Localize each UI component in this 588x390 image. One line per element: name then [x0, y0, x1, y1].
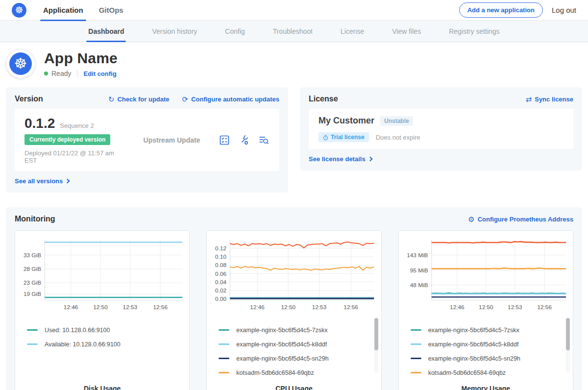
legend-label: kotsadm-5db6dc6584-69qbz [236, 369, 314, 376]
app-avatar: ☸ [6, 49, 35, 78]
scrollbar-thumb[interactable] [374, 318, 378, 350]
legend-label: example-nginx-5bc6f5d4c5-sn29h [428, 355, 520, 362]
memory-usage-chart-card: 12:4612:5012:5312:56143 MiB95 MiB48 MiB … [398, 230, 573, 390]
legend-item: Available: 10.128.0.66:9100 [27, 337, 185, 351]
see-all-versions-link[interactable]: See all versions [15, 177, 69, 185]
legend-item: example-nginx-5bc6f5d4c5-7zskx [219, 323, 377, 337]
tab-view-files[interactable]: View files [392, 21, 421, 42]
tab-registry-settings[interactable]: Registry settings [449, 21, 499, 42]
legend-swatch [219, 372, 229, 373]
svg-text:0.06: 0.06 [215, 270, 226, 277]
cpu-usage-legend: example-nginx-5bc6f5d4c5-7zskxexample-ng… [219, 323, 377, 380]
add-application-button[interactable]: Add a new application [459, 2, 543, 18]
legend-label: example-nginx-5bc6f5d4c5-k8ddf [428, 341, 519, 348]
app-header: ☸ App Name Ready Edit config [0, 42, 588, 86]
edit-config-wrench-icon[interactable] [238, 134, 250, 146]
disk-usage-legend: Used: 10.128.0.66:9100Available: 10.128.… [27, 323, 185, 351]
cpu-usage-chart-card: 12:4612:5012:5312:560.120.100.080.060.04… [206, 230, 381, 390]
legend-label: example-nginx-5bc6f5d4c5-7zskx [428, 327, 519, 334]
license-heading: License [309, 95, 338, 103]
trial-license-badge: Trial license [318, 132, 369, 142]
preflight-checks-icon[interactable] [219, 134, 230, 146]
view-diff-logs-icon[interactable] [258, 134, 270, 146]
svg-text:0.00: 0.00 [215, 295, 226, 302]
cpu-usage-chart: 12:4612:5012:5312:560.120.100.080.060.04… [211, 236, 377, 315]
divider [77, 70, 77, 77]
scrollbar-thumb[interactable] [566, 318, 570, 350]
configure-prometheus-link[interactable]: ⚙ Configure Prometheus Address [468, 216, 573, 223]
svg-text:143 MiB: 143 MiB [407, 252, 428, 259]
schedule-refresh-icon: ⟳ [182, 96, 189, 103]
svg-text:12:50: 12:50 [93, 304, 108, 311]
svg-text:95 MiB: 95 MiB [410, 267, 428, 274]
currently-deployed-badge: Currently deployed version [24, 134, 110, 145]
sync-license-link[interactable]: ⇄ Sync license [526, 96, 573, 103]
legend-item: example-nginx-5bc6f5d4c5-k8ddf [219, 337, 377, 351]
tab-config[interactable]: Config [225, 21, 245, 42]
gear-icon: ⚙ [468, 216, 474, 223]
legend-label: Available: 10.128.0.66:9100 [45, 341, 121, 348]
legend-scrollbar[interactable] [566, 318, 570, 373]
tab-dashboard[interactable]: Dashboard [88, 21, 124, 42]
edit-config-link[interactable]: Edit config [83, 70, 116, 77]
license-card: License ⇄ Sync license My Customer Unsta… [300, 87, 582, 171]
svg-text:0.02: 0.02 [215, 287, 226, 294]
deployed-timestamp: Deployed 01/21/22 @ 11:57 am EST [24, 149, 125, 164]
version-source-label: Upstream Update [125, 136, 219, 144]
chart-title: Memory Usage [403, 385, 569, 390]
check-for-update-link[interactable]: ↻ Check for update [108, 96, 170, 103]
monitoring-section: Monitoring ⚙ Configure Prometheus Addres… [6, 207, 582, 390]
current-version-row: 0.1.2 Sequence 2 Currently deployed vers… [15, 109, 279, 171]
refresh-icon: ↻ [108, 96, 115, 103]
svg-text:12:53: 12:53 [508, 304, 522, 311]
legend-swatch [411, 372, 421, 373]
svg-text:12:46: 12:46 [64, 304, 78, 311]
svg-text:12:46: 12:46 [250, 304, 265, 311]
legend-scrollbar[interactable] [374, 318, 378, 373]
svg-text:28 GiB: 28 GiB [24, 266, 41, 272]
version-heading: Version [15, 95, 43, 103]
page-title: App Name [44, 50, 118, 67]
chevron-right-icon [368, 157, 372, 162]
legend-swatch [27, 329, 38, 331]
monitoring-heading: Monitoring [15, 215, 55, 223]
legend-swatch [219, 329, 229, 331]
tab-troubleshoot[interactable]: Troubleshoot [273, 21, 313, 42]
legend-label: example-nginx-5bc6f5d4c5-7zskx [236, 327, 327, 334]
version-sequence: Sequence 2 [60, 122, 94, 129]
legend-label: example-nginx-5bc6f5d4c5-sn29h [236, 355, 328, 362]
version-number: 0.1.2 [24, 116, 55, 131]
legend-item: example-nginx-5bc6f5d4c5-k8ddf [411, 337, 569, 351]
logout-link[interactable]: Log out [552, 6, 576, 14]
customer-name: My Customer [318, 116, 374, 126]
svg-text:0.12: 0.12 [215, 245, 226, 252]
legend-swatch [411, 329, 421, 331]
configure-automatic-updates-link[interactable]: ⟳ Configure automatic updates [182, 96, 279, 103]
top-nav: ☸ Application GitOps Add a new applicati… [0, 0, 588, 21]
chart-title: Disk Usage [19, 385, 185, 390]
memory-usage-legend: example-nginx-5bc6f5d4c5-7zskxexample-ng… [411, 323, 569, 380]
tab-version-history[interactable]: Version history [152, 21, 197, 42]
channel-badge: Unstable [380, 116, 413, 126]
svg-text:12:46: 12:46 [450, 304, 465, 311]
tab-license[interactable]: License [341, 21, 364, 42]
kubernetes-app-icon: ☸ [9, 52, 32, 75]
legend-label: Used: 10.128.0.66:9100 [45, 327, 110, 334]
svg-text:23 GiB: 23 GiB [24, 279, 41, 286]
license-detail-row: My Customer Unstable Trial license Does … [309, 109, 573, 149]
topnav-tab-gitops[interactable]: GitOps [99, 0, 123, 21]
legend-item: example-nginx-5bc6f5d4c5-sn29h [219, 351, 377, 366]
chart-title: CPU Usage [211, 385, 377, 390]
svg-text:12:53: 12:53 [312, 304, 327, 311]
svg-text:12:50: 12:50 [479, 304, 493, 311]
status-label: Ready [51, 70, 71, 77]
kubernetes-logo-icon[interactable]: ☸ [12, 3, 26, 18]
see-license-details-link[interactable]: See license details [309, 155, 372, 163]
svg-text:0.04: 0.04 [215, 279, 226, 286]
sync-arrows-icon: ⇄ [526, 96, 532, 103]
legend-label: kotsadm-5db6dc6584-69qbz [428, 369, 506, 376]
topnav-tab-application[interactable]: Application [43, 0, 83, 21]
svg-text:12:56: 12:56 [344, 304, 359, 311]
memory-usage-chart: 12:4612:5012:5312:56143 MiB95 MiB48 MiB [403, 236, 569, 315]
app-sub-nav: Dashboard Version history Config Trouble… [0, 21, 588, 42]
